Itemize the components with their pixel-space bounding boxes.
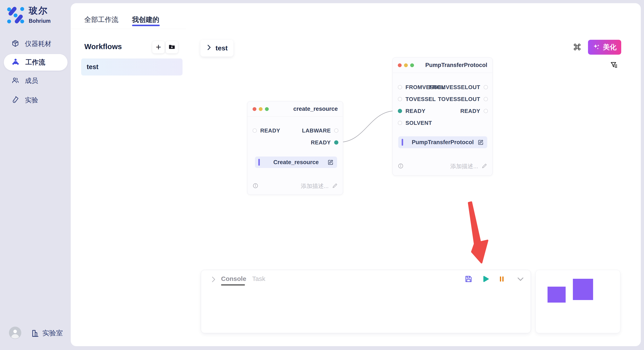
pencil-icon[interactable]: [482, 163, 487, 170]
port-circle[interactable]: [484, 97, 488, 101]
tab-created-by-me[interactable]: 我创建的: [132, 15, 159, 24]
sidebar-item-members[interactable]: 成员: [4, 72, 68, 89]
traffic-green-icon: [410, 63, 414, 67]
annotation-red-arrow: [469, 202, 488, 263]
building-icon: [31, 329, 40, 338]
auto-layout-button[interactable]: [573, 42, 582, 52]
output-port-labware[interactable]: LABWARE: [302, 127, 338, 134]
folder-download-icon: [168, 43, 175, 51]
chevron-right-icon[interactable]: [206, 44, 212, 52]
sidebar-item-label: 工作流: [25, 58, 45, 67]
brand-name-en: Bohrium: [29, 18, 51, 24]
node-pump-transfer-protocol[interactable]: PumpTransferProtocol FROMVESSEL TOVESSEL…: [392, 57, 492, 176]
filter-button[interactable]: [610, 61, 618, 70]
minimap-node-pump-transfer: [573, 279, 593, 300]
traffic-yellow-icon: [404, 63, 408, 67]
app: 玻尔 Bohrium 仪器耗材 工作流: [0, 0, 644, 350]
edit-icon[interactable]: [327, 159, 334, 166]
workspace-label[interactable]: 实验室: [42, 329, 63, 338]
tab-task[interactable]: Task: [252, 275, 265, 282]
port-circle[interactable]: [398, 121, 402, 125]
sidebar-item-instruments[interactable]: 仪器耗材: [4, 35, 68, 52]
workflow-item-label: test: [87, 63, 98, 71]
pill-accent-bar: [402, 139, 403, 146]
command-icon: [573, 48, 582, 52]
sparkles-icon: [593, 43, 600, 51]
traffic-red-icon: [252, 107, 256, 111]
info-icon[interactable]: [252, 183, 258, 189]
output-port-fromvesselout[interactable]: FROMVESSELOUT: [429, 84, 488, 91]
sidebar-item-workflows[interactable]: 工作流: [4, 54, 68, 71]
port-circle[interactable]: [334, 128, 338, 133]
test-tube-icon: [11, 96, 20, 105]
node-header[interactable]: PumpTransferProtocol: [393, 58, 492, 73]
traffic-yellow-icon: [259, 107, 262, 111]
console-tab-underline: [221, 285, 245, 285]
description-placeholder[interactable]: 添加描述...: [450, 163, 478, 170]
traffic-green-icon: [265, 107, 269, 111]
node-footer: 添加描述...: [398, 162, 487, 171]
breadcrumb-label: test: [216, 44, 228, 52]
traffic-red-icon: [398, 63, 402, 67]
content-card: 全部工作流 我创建的 Workflows + test: [71, 3, 641, 346]
port-circle-connected[interactable]: [334, 140, 338, 145]
logo[interactable]: 玻尔 Bohrium: [6, 5, 51, 24]
minimap[interactable]: [536, 270, 620, 333]
node-header[interactable]: create_resource: [248, 101, 343, 117]
port-circle[interactable]: [398, 97, 402, 101]
node-action-pill[interactable]: Create_resource: [255, 157, 337, 168]
connection-edge[interactable]: [339, 111, 396, 142]
beautify-button[interactable]: 美化: [588, 40, 621, 55]
info-icon[interactable]: [398, 163, 404, 170]
sidebar-item-experiments[interactable]: 实验: [4, 92, 68, 108]
input-port-ready[interactable]: READY: [398, 107, 426, 115]
workflow-group-icon: [11, 58, 20, 67]
console-panel: Console Task: [201, 270, 531, 333]
sidebar: 玻尔 Bohrium 仪器耗材 工作流: [0, 0, 71, 350]
breadcrumb[interactable]: test: [200, 40, 234, 57]
port-circle[interactable]: [484, 85, 488, 89]
minimap-node-create-resource: [548, 287, 566, 303]
sidebar-item-label: 实验: [25, 96, 38, 105]
sidebar-item-label: 成员: [25, 76, 38, 85]
node-action-pill[interactable]: PumpTransferProtocol: [398, 136, 487, 148]
sidebar-item-label: 仪器耗材: [25, 39, 51, 48]
pause-button[interactable]: [498, 275, 506, 283]
workflow-list-item[interactable]: test: [81, 58, 182, 75]
panel-title: Workflows: [84, 42, 122, 51]
port-circle[interactable]: [484, 109, 488, 113]
output-port-ready[interactable]: READY: [311, 139, 338, 146]
node-footer: 添加描述...: [252, 182, 338, 190]
port-circle[interactable]: [398, 85, 402, 89]
pencil-icon[interactable]: [332, 183, 338, 189]
output-port-ready[interactable]: READY: [460, 107, 488, 115]
import-workflow-button[interactable]: [166, 41, 178, 53]
node-title: create_resource: [293, 106, 338, 112]
tab-console[interactable]: Console: [221, 275, 246, 282]
node-create-resource[interactable]: create_resource READY LABWARE READY Crea…: [247, 101, 343, 195]
tab-all-workflows[interactable]: 全部工作流: [84, 15, 118, 24]
input-port-ready[interactable]: READY: [252, 127, 280, 134]
output-port-tovesselout[interactable]: TOVESSELOUT: [438, 95, 488, 103]
port-circle-connected[interactable]: [398, 109, 402, 113]
bohrium-logo-icon: [6, 5, 25, 24]
node-title: PumpTransferProtocol: [425, 62, 487, 68]
user-row: 实验室: [9, 327, 63, 340]
input-port-solvent[interactable]: SOLVENT: [398, 119, 432, 127]
console-expand-chevron-icon[interactable]: [210, 276, 216, 284]
port-circle[interactable]: [252, 128, 257, 133]
package-icon: [11, 39, 20, 48]
workflow-canvas[interactable]: test create_resource READY LABWARE: [186, 29, 641, 346]
input-port-tovessel[interactable]: TOVESSEL: [398, 95, 436, 103]
active-tab-underline: [132, 25, 160, 26]
edit-icon[interactable]: [478, 139, 484, 146]
run-button[interactable]: [481, 275, 490, 283]
save-button[interactable]: [464, 275, 473, 283]
collapse-console-button[interactable]: [516, 275, 525, 283]
add-workflow-button[interactable]: +: [152, 41, 164, 53]
pill-accent-bar: [258, 159, 260, 166]
description-placeholder[interactable]: 添加描述...: [301, 182, 328, 190]
avatar[interactable]: [9, 327, 21, 340]
members-icon: [11, 76, 20, 85]
beautify-label: 美化: [603, 42, 616, 52]
